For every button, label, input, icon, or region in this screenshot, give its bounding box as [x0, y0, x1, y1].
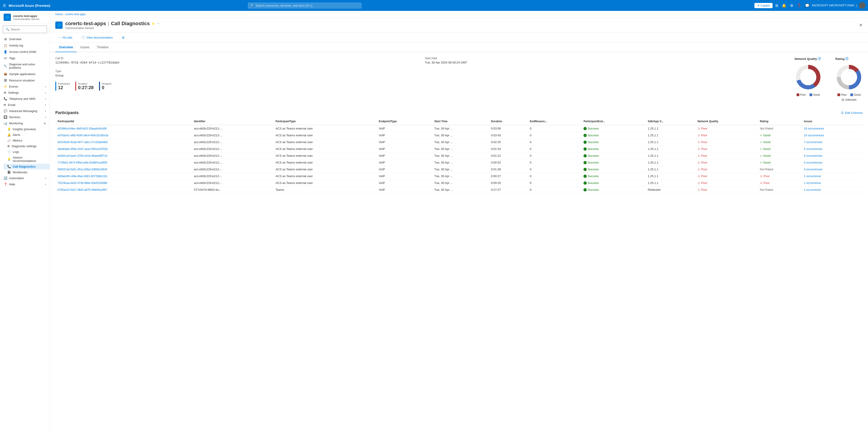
info-icon-nq[interactable]: ⓘ [818, 57, 821, 61]
cell-issues[interactable]: 1 occurrence [802, 173, 863, 180]
favorite-button[interactable]: ★ [152, 22, 155, 26]
sidebar-group-telephony[interactable]: 📞 Telephony and SMS › [0, 96, 50, 102]
sidebar-item-sample-apps[interactable]: 📦 Sample applications [0, 71, 50, 77]
sidebar-item-resource-visualizer[interactable]: 🕸 Resource visualizer [0, 77, 50, 84]
participant-id-link[interactable]: 8d0abc89-c48a-46ac-b901-83729db132c [58, 175, 107, 178]
sidebar-item-metrics[interactable]: 📈 Metrics [4, 138, 50, 143]
issues-link[interactable]: 5 occurrences [804, 161, 823, 164]
issues-link[interactable]: 7 occurrences [804, 140, 823, 144]
cell-issues[interactable]: 16 occurrences [802, 125, 863, 132]
cell-issues[interactable]: 1 occurrence [802, 180, 863, 186]
stats-row: Participant 12 Duration 0:27:28 [55, 82, 795, 91]
view-documentation-button[interactable]: 📄 View documentation [79, 34, 116, 40]
participant-id-link[interactable]: 771ffa61-4673-495d-a4fa-d24887acd959 [58, 161, 107, 164]
sidebar-item-insights[interactable]: 💡 Insights (preview) [4, 126, 50, 132]
breadcrumb-home[interactable]: Home [55, 13, 63, 16]
close-button[interactable]: ✕ [859, 23, 863, 28]
participant-id-link[interactable]: ed7dac61-ef6b-4545-a9c4-454c32cd5e3a [58, 134, 108, 137]
help-icon[interactable]: ❓ [796, 2, 802, 9]
tab-overview[interactable]: Overview [55, 42, 76, 52]
col-participant-id: ParticipantId [55, 118, 191, 125]
cell-issues[interactable]: 5 occurrences [802, 159, 863, 166]
rating-cell: ⚠ Poor [760, 181, 799, 184]
cell-issues[interactable]: 7 occurrences [802, 139, 863, 146]
notifications-icon[interactable]: 🔔 [781, 2, 787, 9]
avatar[interactable] [859, 2, 865, 9]
sidebar-item-advisor[interactable]: 💡 Advisor recommendations [4, 155, 50, 164]
participant-id-link[interactable]: df1996cd-b9ec-4b6f-b61f-29aaa9c8cd95 [58, 127, 107, 130]
sidebar-item-diagnostic-settings[interactable]: ⚙ Diagnostic settings [4, 143, 50, 149]
user-display[interactable]: MICROSOFT (MICROSOFT.ONMI...) [812, 4, 857, 7]
cell-issues[interactable]: 15 occurrences [802, 132, 863, 139]
issues-link[interactable]: 16 occurrences [804, 127, 824, 130]
sidebar-item-call-diagnostics[interactable]: 📞 Call Diagnostics [4, 164, 50, 169]
metrics-icon: 📈 [7, 139, 11, 142]
issues-link[interactable]: 1 occurrence [804, 188, 821, 192]
edit-columns-button[interactable]: ☰ Edit Columns [841, 111, 863, 115]
global-search-box[interactable]: 🔍 [248, 3, 361, 8]
sidebar-group-help[interactable]: ❓ Help › [0, 181, 50, 187]
cell-participant-id[interactable]: 4bed0abe-455e-4187-aa1e-f591a152f16c [55, 146, 191, 152]
issues-link[interactable]: 1 occurrence [804, 181, 821, 184]
cell-issues[interactable]: 5 occurrences [802, 146, 863, 152]
cell-participant-id[interactable]: da382ca4-bae1-4783-a31d-46aee89f718 [55, 152, 191, 159]
sidebar-group-events[interactable]: ⚡ Events › [0, 84, 50, 90]
cell-issues[interactable]: 3 occurrences [802, 166, 863, 173]
sidebar-group-settings[interactable]: ⚙ Settings › [0, 90, 50, 96]
breadcrumb-resource[interactable]: corertc-test-apps [65, 13, 86, 16]
cell-participant-type: ACS as Teams external user [273, 166, 376, 173]
copilot-button[interactable]: ✦ Copilot [754, 3, 772, 8]
global-search-input[interactable] [255, 4, 359, 7]
sidebar-group-automation[interactable]: 🔄 Automation › [0, 175, 50, 181]
sidebar-item-overview[interactable]: ⊞ Overview [0, 36, 50, 42]
issues-link[interactable]: 5 occurrences [804, 147, 823, 151]
sidebar-group-advanced-messaging[interactable]: 💬 Advanced Messaging › [0, 108, 50, 114]
issues-link[interactable]: 1 occurrence [804, 174, 821, 178]
sidebar-search-box[interactable]: 🔍 [3, 26, 47, 33]
feedback-icon[interactable]: 💬 [804, 2, 810, 9]
participant-id-link[interactable]: 556037ad-5d2c-451e-83bd-20606c63b3f [58, 168, 107, 171]
cell-participant-id[interactable]: 771ffa61-4673-495d-a4fa-d24887acd959 [55, 159, 191, 166]
cell-participant-id[interactable]: df1996cd-b9ec-4b6f-b61f-29aaa9c8cd95 [55, 125, 191, 132]
sidebar-group-monitoring[interactable]: 📊 Monitoring ∨ [0, 120, 50, 126]
cell-participant-id[interactable]: 556037ad-5d2c-451e-83bd-20606c63b3f [55, 166, 191, 173]
sidebar-group-services[interactable]: 🔲 Services › [0, 114, 50, 120]
poor-dot-nq [797, 93, 799, 96]
more-options-button[interactable]: ··· [157, 22, 160, 26]
participant-id-link[interactable]: b705ac02-5d17-48d2-a870-49d04ea3f67 [58, 188, 107, 192]
hamburger-icon[interactable]: ☰ [3, 3, 6, 8]
issues-link[interactable]: 3 occurrences [804, 168, 823, 171]
sidebar-item-activity-log[interactable]: 📋 Activity log [0, 42, 50, 49]
cell-participant-id[interactable]: ed7dac61-ef6b-4545-a9c4-454c32cd5e3a [55, 132, 191, 139]
all-calls-button[interactable]: ← All calls [55, 34, 75, 40]
cell-participant-id[interactable]: 8d0abc89-c48a-46ac-b901-83729db132c [55, 173, 191, 180]
participant-id-link[interactable]: b5154626-81a6-4677-a6cc-27c20abd4b3 [58, 141, 108, 144]
cell-issues[interactable]: 1 occurrence [802, 186, 863, 193]
tab-issues[interactable]: Issues [76, 42, 93, 52]
sidebar-item-workbooks[interactable]: 📓 Workbooks [4, 169, 50, 175]
cell-issues[interactable]: 5 occurrences [802, 152, 863, 159]
portal-menu-icon[interactable]: ⊞ [774, 2, 779, 9]
tab-timeline[interactable]: Timeline [93, 42, 112, 52]
table-row: b705ac02-5d17-48d2-a870-49d04ea3f67 577c… [55, 186, 863, 193]
sidebar-item-tags[interactable]: 🏷 Tags [0, 55, 50, 61]
sidebar-item-diagnose[interactable]: 🔧 Diagnose and solve problems [0, 61, 50, 71]
settings-icon[interactable]: ⚙ [789, 2, 794, 9]
issues-link[interactable]: 15 occurrences [804, 134, 824, 137]
issues-link[interactable]: 5 occurrences [804, 154, 823, 157]
participant-id-link[interactable]: da382ca4-bae1-4783-a31d-46aee89f718 [58, 154, 107, 157]
grid-view-button[interactable]: ⊞ [119, 34, 127, 40]
cell-participant-id[interactable]: b5154626-81a6-4677-a6cc-27c20abd4b3 [55, 139, 191, 146]
cell-end-reason: 0 [528, 139, 581, 146]
participant-id-link[interactable]: 4bed0abe-455e-4187-aa1e-f591a152f16c [58, 147, 108, 151]
cell-participant-id[interactable]: 75229caa-de52-473b-986e-00e520308f8 [55, 180, 191, 186]
cell-participant-id[interactable]: b705ac02-5d17-48d2-a870-49d04ea3f67 [55, 186, 191, 193]
participant-id-link[interactable]: 75229caa-de52-473b-986e-00e520308f8 [58, 181, 107, 184]
info-icon-rating[interactable]: ⓘ [845, 57, 848, 61]
cell-duration: 0:03:43 [489, 132, 528, 139]
sidebar-group-email[interactable]: ✉ Email › [0, 102, 50, 108]
sidebar-item-logs[interactable]: 📄 Logs [4, 149, 50, 155]
sidebar-search-input[interactable] [11, 28, 44, 31]
sidebar-item-alerts[interactable]: 🔔 Alerts [4, 132, 50, 138]
sidebar-item-iam[interactable]: 👤 Access control (IAM) [0, 49, 50, 55]
